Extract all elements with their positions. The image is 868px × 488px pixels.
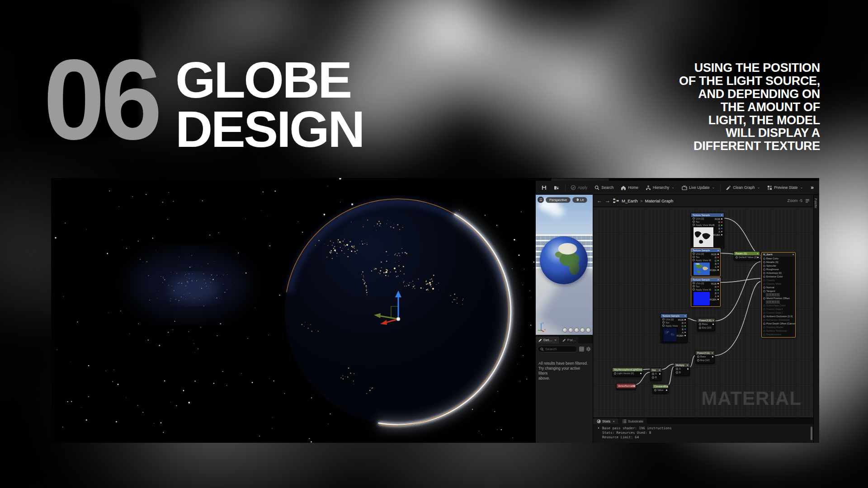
output-pin[interactable]: RGBA bbox=[712, 233, 723, 236]
tab-stats[interactable]: Stats × bbox=[593, 418, 618, 424]
material-input-pin[interactable]: Pixel Depth Offset (Camera/Vector) bbox=[762, 322, 795, 325]
lit-button[interactable]: Lit bbox=[572, 197, 587, 203]
close-icon[interactable]: × bbox=[613, 419, 615, 423]
material-input-pin[interactable]: Subsurface Color bbox=[762, 304, 795, 307]
shape-cylinder-button[interactable] bbox=[562, 328, 567, 333]
input-pin[interactable]: UVs [0] bbox=[691, 282, 711, 285]
search-button[interactable]: Search bbox=[591, 183, 617, 192]
output-pin[interactable]: B bbox=[675, 328, 687, 331]
tab-details[interactable]: Det... × bbox=[536, 337, 559, 343]
graph-node-multiply[interactable]: Multiply▾AB bbox=[674, 363, 690, 376]
graph-node-constant-bias-scale[interactable]: ConstantBiasScale▾Value bbox=[652, 384, 669, 394]
output-pin[interactable]: RGB bbox=[708, 282, 720, 285]
input-pin[interactable]: Exp [10] bbox=[698, 326, 715, 329]
material-input-pin[interactable]: Metallic [0] bbox=[762, 260, 795, 264]
shape-plane-button[interactable] bbox=[574, 328, 579, 333]
material-input-pin[interactable]: Ambient Occlusion [1.0] bbox=[762, 314, 795, 318]
material-preview-viewport[interactable]: ☰ Perspective Lit Z x bbox=[536, 195, 593, 335]
material-input-pin[interactable]: Opacity bbox=[762, 278, 795, 282]
live-update-button[interactable]: Live Update ⌄ bbox=[679, 183, 718, 192]
perspective-button[interactable]: Perspective bbox=[546, 197, 571, 203]
output-pin[interactable]: A bbox=[675, 331, 687, 334]
input-pin[interactable]: Apply View MipBias bbox=[691, 288, 711, 291]
output-pin[interactable]: A bbox=[708, 265, 720, 268]
output-pin[interactable]: R bbox=[712, 221, 723, 224]
output-pin[interactable]: RGB bbox=[708, 253, 720, 256]
graph-node-tex-night[interactable]: Texture Sample▾UVs [0]TexApply View MipB… bbox=[660, 314, 688, 343]
material-graph-canvas[interactable]: Texture Sample▾UVs [0]TexApply View MipB… bbox=[593, 207, 813, 418]
graph-node-result[interactable]: M_Earth▾Base ColorMetallic [0]SpecularRo… bbox=[761, 252, 796, 338]
input-pin[interactable]: UVs [0] bbox=[691, 217, 715, 220]
gear-icon[interactable] bbox=[586, 347, 591, 352]
output-pin[interactable]: G bbox=[675, 324, 687, 328]
output-pin[interactable]: RGBA bbox=[708, 298, 720, 301]
material-input-pin[interactable]: Emissive Color bbox=[762, 275, 795, 278]
tab-parameters[interactable]: Par... bbox=[560, 337, 579, 343]
stats-scrollbar[interactable] bbox=[811, 427, 812, 440]
graph-node-tex-blue[interactable]: Texture Sample▾UVs [0]TexApply View MipB… bbox=[691, 277, 721, 307]
clean-graph-button[interactable]: Clean Graph ⌄ bbox=[722, 183, 763, 192]
graph-node-sky-atmo-light[interactable]: SkyAtmosphereLightDirection▾Light Vector… bbox=[612, 367, 643, 377]
output-pin[interactable]: R bbox=[708, 285, 720, 288]
viewport-menu-button[interactable]: ☰ bbox=[538, 197, 544, 203]
preview-state-button[interactable]: Preview State ⌄ bbox=[764, 183, 806, 192]
material-input-pin[interactable]: World Position Offset bbox=[762, 296, 795, 300]
output-pin[interactable]: G bbox=[708, 288, 720, 291]
output-pin[interactable]: B bbox=[708, 291, 720, 295]
material-input-pin[interactable]: Custom Data 0 bbox=[762, 307, 795, 311]
material-input-pin[interactable]: Base Color bbox=[762, 257, 795, 260]
forward-arrow-icon[interactable]: → bbox=[605, 198, 610, 203]
output-pin[interactable]: A bbox=[712, 230, 723, 233]
graph-node-dot[interactable]: Dot▾AB bbox=[650, 368, 662, 381]
material-input-pin[interactable]: Tangent bbox=[762, 289, 795, 293]
output-pin[interactable]: G bbox=[708, 259, 720, 262]
output-pin[interactable]: B bbox=[712, 227, 723, 230]
browse-button[interactable] bbox=[551, 183, 563, 192]
input-pin[interactable]: Exp [10] bbox=[696, 358, 714, 362]
shape-cube-button[interactable] bbox=[580, 328, 585, 333]
details-search-input[interactable]: Search bbox=[538, 346, 577, 352]
apply-button[interactable]: Apply bbox=[567, 183, 590, 192]
input-pin[interactable]: B bbox=[675, 371, 689, 374]
home-button[interactable]: Home bbox=[618, 183, 642, 192]
list-icon[interactable] bbox=[805, 199, 810, 203]
graph-node-power-2[interactable]: Power(X,E)▾BaseExp [10] bbox=[695, 351, 715, 364]
input-pin[interactable]: UVs [0] bbox=[691, 252, 711, 255]
material-input-pin[interactable]: Normal bbox=[762, 286, 795, 289]
graph-node-tex-bw[interactable]: Texture Sample▾UVs [0]TexApply View MipB… bbox=[691, 213, 724, 249]
output-pin[interactable]: G bbox=[712, 224, 723, 227]
input-pin[interactable]: Tex bbox=[691, 220, 715, 223]
material-input-pin[interactable]: Shading Model bbox=[762, 325, 795, 329]
material-input-pin[interactable]: Custom Data 1 bbox=[762, 311, 795, 314]
graph-node-power-1[interactable]: Power(X,E)▾BaseExp [10] bbox=[697, 318, 715, 331]
save-button[interactable] bbox=[538, 183, 550, 192]
output-pin[interactable]: B bbox=[708, 262, 720, 265]
shape-sphere-button[interactable] bbox=[568, 328, 573, 333]
material-input-pin[interactable]: Displacement bbox=[762, 333, 795, 336]
output-pin[interactable]: RGBA bbox=[708, 268, 720, 272]
material-input-pin[interactable]: Specular bbox=[762, 264, 795, 267]
shape-teapot-button[interactable] bbox=[586, 328, 591, 333]
editor-tab[interactable] bbox=[551, 178, 609, 181]
graph-node-tex-day[interactable]: Texture Sample▾UVs [0]TexApply View MipB… bbox=[691, 248, 721, 277]
input-pin[interactable]: Default Value [0] bbox=[734, 255, 760, 259]
input-pin[interactable]: Base bbox=[696, 355, 714, 358]
material-input-pin[interactable]: Roughness bbox=[762, 267, 795, 271]
output-pin[interactable]: R bbox=[708, 256, 720, 259]
graph-node-scalar-param[interactable]: Param (S)▾Default Value [0] bbox=[734, 251, 760, 261]
output-pin[interactable]: RGB bbox=[712, 217, 723, 221]
back-arrow-icon[interactable]: ← bbox=[597, 198, 602, 203]
material-input-pin[interactable]: Refraction (Disabled) bbox=[762, 318, 795, 322]
close-icon[interactable]: × bbox=[554, 338, 557, 342]
palette-side-tab[interactable]: Palette bbox=[813, 195, 819, 443]
output-pin[interactable]: RGBA bbox=[675, 334, 687, 337]
toolbar-overflow-button[interactable]: » bbox=[808, 184, 816, 191]
output-pin[interactable]: R bbox=[675, 321, 687, 324]
input-pin[interactable]: B bbox=[651, 375, 661, 379]
input-pin[interactable]: Apply View MipBias bbox=[691, 258, 711, 262]
grid-view-icon[interactable] bbox=[579, 347, 584, 352]
output-pin[interactable]: RGB bbox=[675, 318, 687, 321]
tab-substrate[interactable]: Substrate bbox=[619, 418, 647, 424]
material-input-pin[interactable]: Anisotropy [0] bbox=[762, 271, 795, 275]
input-pin[interactable]: Tex bbox=[691, 285, 711, 288]
